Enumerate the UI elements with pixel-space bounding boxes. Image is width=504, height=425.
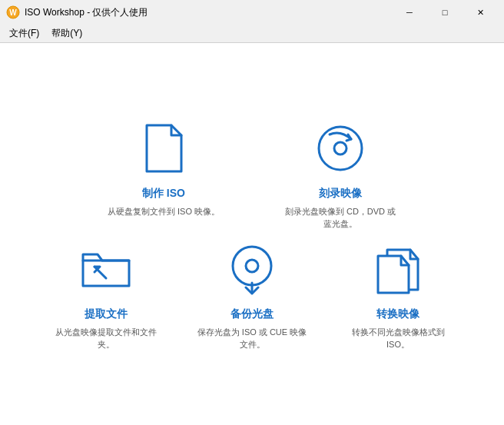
main-content: 制作 ISO 从硬盘复制文件到 ISO 映像。 刻录映像 刻录光盘映像到 CD，… <box>0 43 504 425</box>
burn-image-icon-container <box>310 118 371 179</box>
action-convert-image[interactable]: 转换映像 转换不同光盘映像格式到 ISO。 <box>340 238 456 351</box>
title-bar: W ISO Workshop - 仅供个人使用 ─ □ ✕ <box>0 0 504 25</box>
menu-bar: 文件(F) 帮助(Y) <box>0 25 504 43</box>
make-iso-icon-container <box>133 118 194 179</box>
svg-line-4 <box>94 267 106 278</box>
action-extract-files[interactable]: 提取文件 从光盘映像提取文件和文件夹。 <box>48 238 164 351</box>
action-backup-disc[interactable]: 备份光盘 保存光盘为 ISO 或 CUE 映像文件。 <box>194 238 310 351</box>
svg-point-3 <box>334 142 346 154</box>
svg-point-5 <box>233 247 271 285</box>
top-action-row: 制作 ISO 从硬盘复制文件到 ISO 映像。 刻录映像 刻录光盘映像到 CD，… <box>106 118 398 231</box>
extract-files-title: 提取文件 <box>85 307 128 321</box>
minimize-button[interactable]: ─ <box>392 0 427 25</box>
backup-disc-desc: 保存光盘为 ISO 或 CUE 映像文件。 <box>194 326 310 351</box>
svg-text:W: W <box>9 8 17 17</box>
menu-file[interactable]: 文件(F) <box>3 25 45 42</box>
action-make-iso[interactable]: 制作 ISO 从硬盘复制文件到 ISO 映像。 <box>106 118 221 231</box>
burn-image-title: 刻录映像 <box>319 187 362 201</box>
window-controls: ─ □ ✕ <box>392 0 498 25</box>
make-iso-title: 制作 ISO <box>142 187 185 201</box>
convert-image-title: 转换映像 <box>376 307 419 321</box>
convert-image-icon-container <box>367 238 429 300</box>
backup-disc-icon-container <box>221 238 283 300</box>
menu-help[interactable]: 帮助(Y) <box>45 25 88 42</box>
action-burn-image[interactable]: 刻录映像 刻录光盘映像到 CD，DVD 或蓝光盘。 <box>283 118 398 231</box>
burn-image-desc: 刻录光盘映像到 CD，DVD 或蓝光盘。 <box>283 205 398 231</box>
extract-files-icon-container <box>75 238 137 300</box>
app-icon: W <box>6 5 20 19</box>
bottom-action-row: 提取文件 从光盘映像提取文件和文件夹。 备份光盘 保存光盘为 ISO 或 CUE… <box>48 238 456 351</box>
convert-image-desc: 转换不同光盘映像格式到 ISO。 <box>340 326 456 351</box>
make-iso-desc: 从硬盘复制文件到 ISO 映像。 <box>108 205 220 218</box>
extract-files-desc: 从光盘映像提取文件和文件夹。 <box>48 326 164 351</box>
close-button[interactable]: ✕ <box>463 0 498 25</box>
window-title: ISO Workshop - 仅供个人使用 <box>25 6 392 19</box>
maximize-button[interactable]: □ <box>427 0 463 25</box>
svg-point-6 <box>246 260 258 272</box>
backup-disc-title: 备份光盘 <box>230 307 274 321</box>
